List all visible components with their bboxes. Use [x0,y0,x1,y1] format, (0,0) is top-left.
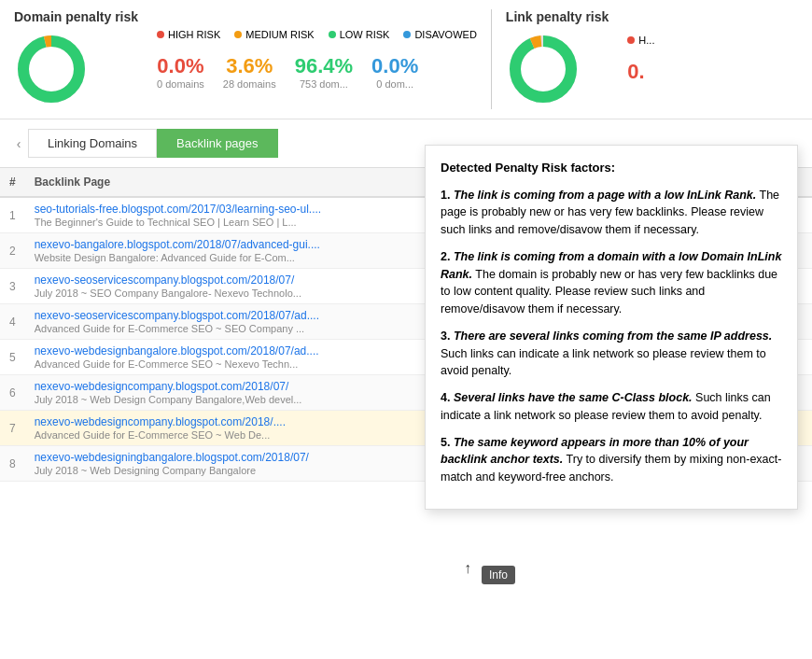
row-num: 4 [0,304,25,340]
tab-nav-left[interactable]: ‹ [9,134,28,153]
domain-risk-title: Domain penalty risk [14,9,138,24]
link-risk-legend: H... [627,35,654,46]
backlink-cell: nexevo-webdesigningbangalore.blogspot.co… [25,446,441,482]
penalty-popup: Detected Penalty Risk factors: 1. The li… [425,145,798,510]
backlink-cell: nexevo-seoservicescompany.blogspot.com/2… [25,269,441,304]
domain-risk-stats: 0.0% 0 domains 3.6% 28 domains 96.4% 753… [157,54,418,90]
row-num: 5 [0,340,25,375]
backlink-url[interactable]: nexevo-seoservicescompany.blogspot.com/2… [35,273,431,287]
low-dot [329,31,336,38]
legend-high: HIGH RISK [157,29,220,40]
backlink-cell: nexevo-bangalore.blogspot.com/2018/07/ad… [25,233,441,269]
backlink-url[interactable]: nexevo-webdesigncompany.blogspot.com/201… [35,415,431,428]
svg-point-4 [515,41,571,97]
info-tooltip: Info [482,566,515,584]
low-label: LOW RISK [340,29,390,40]
row-num: 6 [0,375,25,411]
tab-linking-domains[interactable]: Linking Domains [28,129,157,158]
stat-disavowed-label: 0 dom... [371,78,418,90]
penalty-item: 1. The link is coming from a page with a… [441,187,782,239]
penalty-item: 3. There are several links coming from t… [441,328,782,380]
backlink-desc: Advanced Guide for E-Commerce SEO ~ Nexe… [35,358,431,370]
backlink-desc: Advanced Guide for E-Commerce SEO ~ Web … [35,429,431,441]
row-num: 1 [0,197,25,233]
backlink-desc: Advanced Guide for E-Commerce SEO ~ SEO … [35,323,431,334]
penalty-text: 5. The same keyword appears in more than… [441,434,782,486]
stat-low: 96.4% 753 dom... [295,54,353,90]
penalty-item: 4. Several links have the same C-Class b… [441,389,782,425]
legend-low: LOW RISK [329,29,390,40]
cursor-pointer: ↑ [464,560,471,577]
link-stat-first: 0. [627,60,644,84]
domain-risk-details: HIGH RISK MEDIUM RISK LOW RISK DISAVOWED [157,29,477,90]
backlink-desc: July 2018 ~ Web Designing Company Bangal… [35,465,431,476]
domain-risk-donut: Domain penalty risk [14,9,138,109]
stat-medium: 3.6% 28 domains [223,54,276,90]
link-legend-high: H... [627,35,654,46]
svg-point-1 [23,41,79,97]
backlink-cell: nexevo-webdesigncompany.blogspot.com/201… [25,375,441,411]
backlink-cell: nexevo-webdesigncompany.blogspot.com/201… [25,411,441,446]
backlink-desc: July 2018 ~ SEO Company Bangalore- Nexev… [35,287,431,299]
link-risk-donut: Link penalty risk [506,9,609,109]
link-high-dot [627,36,635,44]
domain-donut-chart [14,32,89,106]
row-num: 3 [0,269,25,304]
stat-disavowed-percent: 0.0% [371,54,418,78]
link-risk-section: Link penalty risk H... 0. [506,9,655,109]
backlink-url[interactable]: nexevo-bangalore.blogspot.com/2018/07/ad… [35,238,431,251]
header-divider [491,9,492,109]
link-risk-details: H... 0. [627,35,654,84]
domain-risk-legend: HIGH RISK MEDIUM RISK LOW RISK DISAVOWED [157,29,477,40]
medium-label: MEDIUM RISK [245,29,314,40]
penalty-text: 1. The link is coming from a page with a… [441,187,782,239]
penalty-text: 3. There are several links coming from t… [441,328,782,380]
penalty-item: 2. The link is coming from a domain with… [441,248,782,318]
stat-high-label: 0 domains [157,78,204,90]
col-backlink-page: Backlink Page [25,168,441,197]
backlink-desc: July 2018 ~ Web Design Company Bangalore… [35,394,431,405]
penalty-text: 2. The link is coming from a domain with… [441,248,782,318]
risk-header: Domain penalty risk HIGH RISK MEDIUM RIS… [0,0,812,119]
backlink-url[interactable]: nexevo-webdesigningbangalore.blogspot.co… [35,451,431,464]
stat-disavowed: 0.0% 0 dom... [371,54,418,90]
penalty-text: 4. Several links have the same C-Class b… [441,389,782,425]
link-risk-stats: 0. [627,60,644,84]
link-risk-title: Link penalty risk [506,9,609,24]
link-high-label: H... [638,35,654,46]
penalty-popup-title: Detected Penalty Risk factors: [441,159,782,177]
stat-medium-label: 28 domains [223,78,276,90]
disavowed-dot [403,31,411,38]
backlink-cell: nexevo-webdesignbangalore.blogspot.com/2… [25,340,441,375]
legend-medium: MEDIUM RISK [234,29,314,40]
penalty-item: 5. The same keyword appears in more than… [441,434,782,486]
backlink-desc: Website Design Bangalore: Advanced Guide… [35,252,431,263]
backlink-url[interactable]: nexevo-webdesigncompany.blogspot.com/201… [35,380,431,393]
stat-low-percent: 96.4% [295,54,353,78]
medium-dot [234,31,242,38]
tab-backlink-pages[interactable]: Backlink pages [157,129,277,158]
link-stat-percent: 0. [627,60,644,84]
backlink-cell: nexevo-seoservicescompany.blogspot.com/2… [25,304,441,340]
backlink-cell: seo-tutorials-free.blogspot.com/2017/03/… [25,197,441,233]
backlink-url[interactable]: seo-tutorials-free.blogspot.com/2017/03/… [35,203,431,216]
row-num: 2 [0,233,25,269]
penalty-items: 1. The link is coming from a page with a… [441,187,782,486]
legend-disavowed: DISAVOWED [403,29,476,40]
row-num: 8 [0,446,25,482]
backlink-url[interactable]: nexevo-webdesignbangalore.blogspot.com/2… [35,344,431,358]
high-dot [157,31,164,38]
disavowed-label: DISAVOWED [414,29,476,40]
link-donut-chart [506,32,581,106]
row-num: 7 [0,411,25,446]
stat-high: 0.0% 0 domains [157,54,204,90]
stat-medium-percent: 3.6% [223,54,276,78]
stat-low-label: 753 dom... [295,78,353,90]
col-num: # [0,168,25,197]
backlink-desc: The Beginner's Guide to Technical SEO | … [35,217,431,228]
high-label: HIGH RISK [168,29,220,40]
stat-high-percent: 0.0% [157,54,204,78]
domain-risk-section: Domain penalty risk HIGH RISK MEDIUM RIS… [14,9,477,109]
backlink-url[interactable]: nexevo-seoservicescompany.blogspot.com/2… [35,309,431,322]
